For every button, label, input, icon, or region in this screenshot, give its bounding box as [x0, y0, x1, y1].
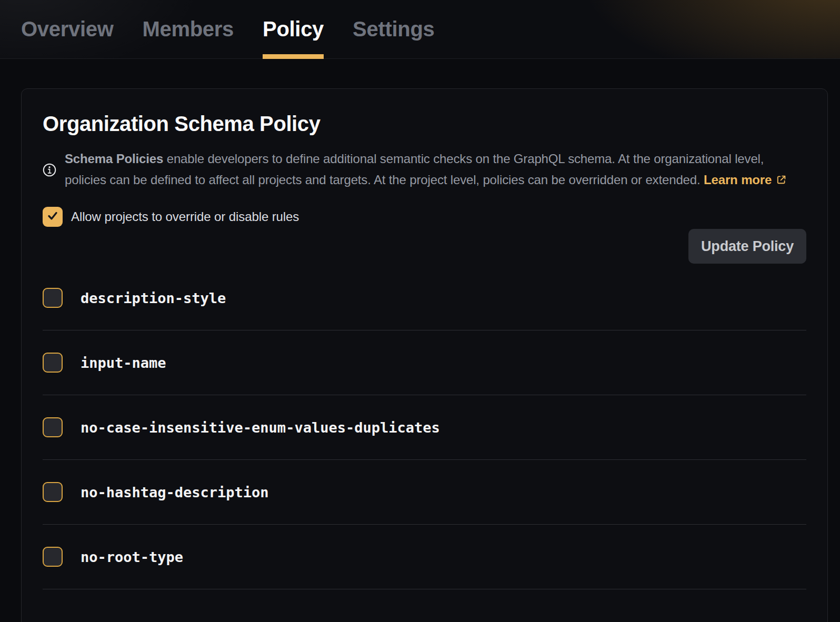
rule-name: no-hashtag-description — [81, 484, 269, 500]
rule-name: description-style — [81, 290, 226, 306]
policy-description-lead: Schema Policies — [65, 152, 163, 166]
rule-name: no-root-type — [81, 549, 183, 565]
actions-row: Update Policy — [43, 229, 806, 264]
policy-description: Schema Policies enable developers to def… — [43, 148, 806, 191]
rule-row: no-root-type — [43, 525, 806, 589]
policy-page: Organization Schema Policy Schema Polici… — [0, 88, 840, 622]
tab-bar: Overview Members Policy Settings — [0, 0, 840, 59]
policy-description-body: enable developers to define additional s… — [65, 152, 764, 187]
rule-checkbox[interactable] — [43, 353, 63, 373]
rules-list: description-style input-name no-case-ins… — [43, 266, 806, 589]
allow-override-label: Allow projects to override or disable ru… — [71, 209, 299, 224]
rule-checkbox[interactable] — [43, 482, 63, 502]
update-policy-button[interactable]: Update Policy — [688, 229, 806, 264]
rule-row: no-hashtag-description — [43, 460, 806, 525]
rule-row: description-style — [43, 266, 806, 330]
policy-description-text: Schema Policies enable developers to def… — [65, 148, 806, 191]
tab-policy[interactable]: Policy — [263, 0, 324, 59]
rule-checkbox[interactable] — [43, 288, 63, 308]
check-icon — [46, 209, 59, 225]
tab-overview[interactable]: Overview — [21, 0, 114, 59]
allow-override-row: Allow projects to override or disable ru… — [43, 207, 806, 227]
rule-row: no-case-insensitive-enum-values-duplicat… — [43, 395, 806, 460]
rule-checkbox[interactable] — [43, 417, 63, 437]
rule-name: no-case-insensitive-enum-values-duplicat… — [81, 419, 440, 436]
rule-row: input-name — [43, 330, 806, 395]
tab-members[interactable]: Members — [143, 0, 234, 59]
allow-override-checkbox[interactable] — [43, 207, 63, 227]
external-link-icon — [776, 170, 787, 192]
tab-settings[interactable]: Settings — [353, 0, 434, 59]
info-icon — [43, 163, 56, 177]
rule-name: input-name — [81, 355, 166, 371]
rule-checkbox[interactable] — [43, 547, 63, 567]
learn-more-link[interactable]: Learn more — [704, 173, 787, 187]
schema-policy-card: Organization Schema Policy Schema Polici… — [21, 88, 828, 622]
page-title: Organization Schema Policy — [43, 112, 806, 136]
